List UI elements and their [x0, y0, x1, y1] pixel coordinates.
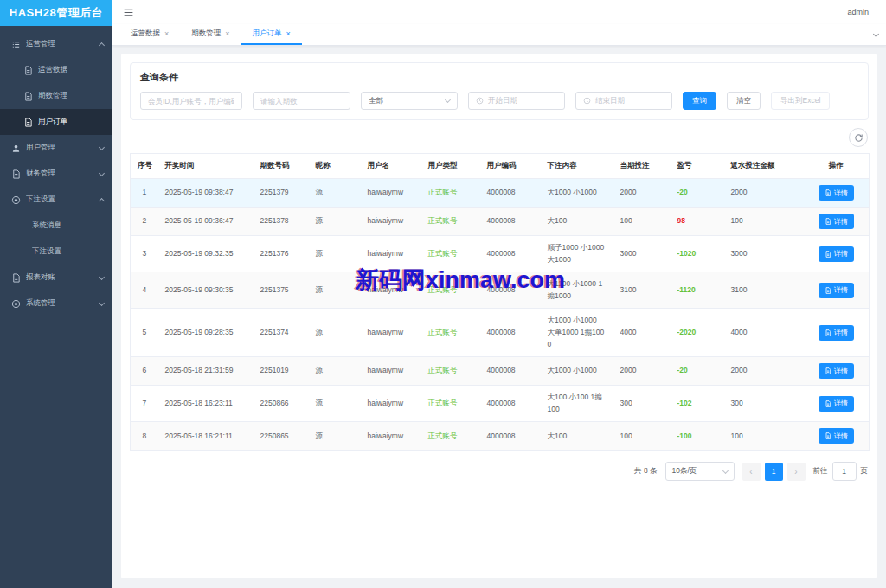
cell-draw-time: 2025-05-19 09:36:47	[158, 208, 254, 236]
cell-user-type: 正式账号	[421, 208, 480, 236]
target-icon	[11, 195, 21, 205]
sidebar-item-report-reconciliation[interactable]: 报表对账	[0, 265, 112, 291]
document-icon	[825, 189, 831, 196]
user-type-select[interactable]: 全部	[361, 92, 458, 110]
cell-bet-amount: 3000	[613, 236, 671, 272]
cell-bet-amount: 100	[613, 208, 671, 236]
sidebar-item-bet-settings-sub[interactable]: 下注设置	[0, 239, 112, 265]
cell-period: 2250865	[254, 422, 309, 451]
document-icon	[825, 287, 831, 294]
cell-rebate: 4000	[724, 309, 804, 357]
cell-index: 3	[131, 236, 158, 272]
detail-button[interactable]: 详情	[819, 396, 854, 412]
document-icon	[11, 169, 21, 179]
cell-bet-content: 大100	[541, 422, 613, 451]
close-icon[interactable]: ×	[225, 30, 229, 38]
sidebar-item-operations[interactable]: 运营管理	[0, 31, 112, 57]
col-header-rebate-amount: 返水投注金额	[724, 154, 804, 179]
list-icon	[11, 40, 21, 49]
member-search-input[interactable]	[140, 92, 242, 110]
chevron-down-icon	[99, 299, 105, 305]
close-icon[interactable]: ×	[164, 30, 169, 38]
cell-rebate: 2000	[724, 357, 804, 386]
cell-username: haiwaiymw	[361, 179, 421, 208]
end-date-picker[interactable]: 结束日期	[575, 92, 672, 110]
page-size-select[interactable]: 10条/页	[665, 462, 735, 481]
detail-button-label: 详情	[834, 328, 848, 337]
tab-operations-data[interactable]: 运营数据 ×	[119, 24, 180, 45]
document-icon	[825, 400, 831, 407]
goto-page-input[interactable]	[832, 462, 857, 481]
document-icon	[825, 251, 831, 258]
sidebar-item-period-management[interactable]: 期数管理	[0, 83, 112, 109]
page-size-value: 10条/页	[672, 466, 697, 476]
cell-profit: -20	[677, 188, 688, 196]
orders-table: 序号 开奖时间 期数号码 昵称 用户名 用户类型 用户编码 下注内容 当期投注 …	[130, 153, 870, 451]
prev-page-button[interactable]: ‹	[742, 463, 761, 481]
sidebar-item-user-management[interactable]: 用户管理	[0, 135, 112, 161]
cell-username: haiwaiymw	[361, 208, 421, 236]
chevron-down-icon	[722, 468, 728, 474]
sidebar-item-system-management[interactable]: 系统管理	[0, 291, 112, 316]
close-icon[interactable]: ×	[286, 30, 291, 38]
clear-button[interactable]: 清空	[727, 92, 761, 110]
cell-profit: -1020	[677, 249, 697, 258]
col-header-bet-amount: 当期投注	[613, 154, 671, 179]
sidebar-item-system-messages[interactable]: 系统消息	[0, 213, 112, 239]
tab-user-orders[interactable]: 用户订单 ×	[241, 24, 302, 45]
col-header-user-type: 用户类型	[421, 154, 480, 179]
next-page-button[interactable]: ›	[787, 463, 806, 481]
user-type-selected-value: 全部	[369, 96, 383, 106]
detail-button[interactable]: 详情	[819, 185, 854, 201]
cell-profit: 98	[677, 216, 685, 225]
sidebar-item-finance[interactable]: 财务管理	[0, 161, 112, 187]
detail-button[interactable]: 详情	[819, 246, 854, 262]
sidebar-item-label: 用户管理	[26, 143, 100, 153]
user-menu[interactable]: admin	[847, 8, 869, 16]
cell-bet-amount: 100	[613, 422, 671, 451]
detail-button[interactable]: 详情	[819, 428, 854, 444]
goto-label: 前往	[813, 466, 828, 476]
cell-bet-content: 大1000 小1000 大单1000 1搧1000	[541, 309, 613, 357]
cell-username: haiwaiymw	[361, 422, 421, 451]
cell-user-code: 4000008	[480, 208, 541, 236]
export-excel-button[interactable]: 导出到Excel	[771, 92, 830, 110]
chevron-down-icon	[99, 144, 105, 150]
search-button[interactable]: 查询	[683, 92, 716, 110]
sidebar-item-label: 运营数据	[38, 65, 104, 75]
detail-button[interactable]: 详情	[819, 214, 854, 229]
cell-bet-content: 大1000 小1000	[541, 179, 613, 208]
detail-button[interactable]: 详情	[819, 325, 854, 341]
cell-draw-time: 2025-05-18 16:23:11	[158, 386, 254, 422]
current-page-button[interactable]: 1	[765, 463, 783, 481]
sidebar-item-bet-settings[interactable]: 下注设置	[0, 187, 112, 213]
detail-button[interactable]: 详情	[819, 283, 854, 298]
detail-button[interactable]: 详情	[819, 363, 854, 379]
chevron-up-icon	[99, 42, 105, 48]
tab-overflow-button[interactable]	[870, 24, 882, 45]
pagination: 共 8 条 10条/页 ‹ 1 › 前往 页	[130, 462, 869, 481]
sidebar-item-user-orders[interactable]: 用户订单	[0, 109, 112, 135]
detail-button-label: 详情	[834, 189, 848, 198]
refresh-button[interactable]	[849, 128, 868, 147]
tab-period-management[interactable]: 期数管理 ×	[180, 24, 241, 45]
cell-period: 2251379	[254, 179, 309, 208]
cell-bet-content: 顺子1000 小1000 大1000	[541, 236, 613, 272]
col-header-username: 用户名	[361, 154, 421, 179]
sidebar-item-operations-data[interactable]: 运营数据	[0, 57, 112, 83]
cell-bet-amount: 2000	[613, 357, 671, 386]
cell-nickname: 源	[309, 309, 361, 357]
cell-user-type: 正式账号	[421, 272, 480, 309]
cell-user-code: 4000008	[480, 236, 541, 272]
top-bar: admin	[112, 0, 886, 24]
cell-index: 5	[131, 309, 158, 357]
col-header-period: 期数号码	[254, 154, 309, 179]
period-input[interactable]	[253, 92, 350, 110]
cell-draw-time: 2025-05-19 09:32:35	[158, 236, 254, 272]
cell-nickname: 源	[309, 272, 361, 309]
detail-button-label: 详情	[834, 431, 848, 441]
hamburger-icon[interactable]	[123, 7, 134, 18]
start-date-picker[interactable]: 开始日期	[468, 92, 565, 110]
cell-rebate: 300	[724, 386, 804, 422]
cell-index: 6	[131, 357, 158, 386]
